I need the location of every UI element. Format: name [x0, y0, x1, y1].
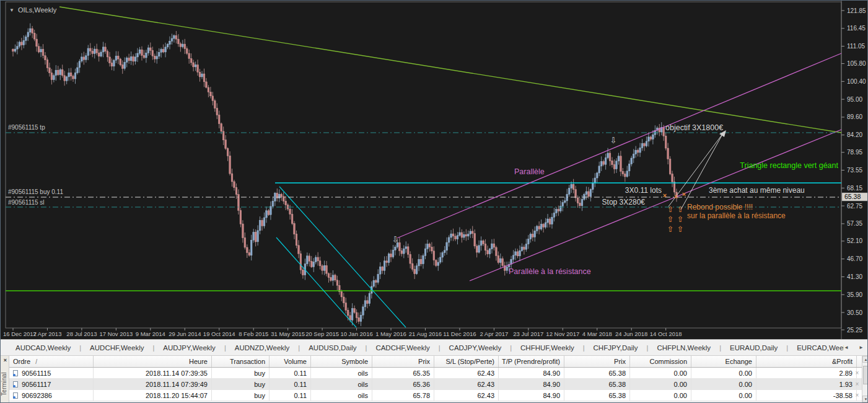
svg-text:28 Jul 2013: 28 Jul 2013 [66, 330, 97, 337]
chart-tab-eurcad[interactable]: EURCAD,Weekly [788, 344, 844, 352]
chart-tab-audnzd[interactable]: AUDNZD,Weekly [226, 344, 299, 352]
chart-tab-chfhuf[interactable]: CHFHUF,Weekly [512, 344, 583, 352]
annotation-rebond-2[interactable]: sur la parallèle à la résistance [687, 211, 786, 220]
order-tp: 84.90 [499, 379, 564, 389]
up-arrow-marker-4[interactable]: ⇧ [677, 215, 684, 224]
order-sl: 62.43 [434, 390, 499, 401]
column-header-volume[interactable]: Volume [270, 356, 311, 367]
current-price-value: 65.38 [844, 193, 861, 200]
column-header-ordre[interactable]: Ordre/ [9, 356, 94, 367]
up-arrow-marker-5[interactable]: ⇧ [667, 224, 674, 234]
tabs-scroll-left-icon[interactable]: ◄ [844, 345, 849, 350]
svg-text:20 Sep 2015: 20 Sep 2015 [305, 330, 339, 337]
order-open-price: 65.35 [372, 368, 434, 378]
chart-tab-cadjpy[interactable]: CADJPY,Weekly [441, 344, 511, 352]
chart-tab-audchf[interactable]: AUDCHF,Weekly [81, 344, 152, 352]
svg-text:25.25: 25.25 [847, 327, 862, 334]
order-symbol: oils [311, 390, 372, 401]
svg-text:11 Dec 2016: 11 Dec 2016 [443, 330, 476, 337]
chart-tab-audjpy[interactable]: AUDJPY,Weekly [154, 344, 224, 352]
svg-text:100.40: 100.40 [847, 78, 866, 85]
order-document-icon [13, 381, 18, 388]
annotation-objectif[interactable]: objectif 3X1800€ [665, 123, 723, 132]
annotation-triangle-vert[interactable]: Triangle rectangle vert géant [740, 161, 838, 170]
close-order-icon[interactable]: × [854, 370, 861, 376]
svg-text:62.75: 62.75 [847, 203, 862, 210]
chart-symbol-label: OILs,Weekly [18, 6, 57, 14]
chart-tab-cadchf[interactable]: CADCHF,Weekly [367, 344, 438, 352]
chart-tab-chfjpy[interactable]: CHFJPY,Daily [585, 344, 647, 352]
svg-text:4 Mar 2018: 4 Mar 2018 [582, 330, 612, 337]
annotation-rebond-1[interactable]: Rebond possible !!!! [687, 203, 753, 211]
svg-text:1 May 2016: 1 May 2016 [375, 330, 406, 337]
chart-tab-euraud[interactable]: EURAUD,Daily [721, 344, 786, 352]
up-arrow-marker-6[interactable]: ⇧ [677, 224, 684, 234]
order-label-tp: #90561115 tp [8, 124, 45, 131]
mt4-window: ⇩ ⇩ × × × ⇧ ⇧ ⇧ ⇧ ⇧ ⇧ objectif 3X1800€ T… [0, 0, 868, 403]
chart-tab-chfpln[interactable]: CHFPLN,Weekly [648, 344, 719, 352]
order-time: 2018.11.14 07:39:49 [94, 379, 212, 389]
svg-text:89.60: 89.60 [847, 113, 862, 120]
order-symbol: oils [311, 368, 372, 378]
order-row-90561117[interactable]: 905611172018.11.14 07:39:49buy0.11oils65… [9, 379, 862, 390]
order-type: buy [212, 368, 270, 378]
tabs-scroll-right-icon[interactable]: ► [859, 345, 864, 350]
annotation-parallele[interactable]: Parallèle [514, 167, 545, 176]
terminal-panel: × Terminal Ordre/HeureTransactionVolumeS… [1, 356, 868, 403]
column-header-echange[interactable]: Echange [691, 356, 756, 367]
order-id: 90561117 [9, 379, 94, 389]
orange-cross-marker-3[interactable]: × [682, 190, 686, 198]
order-id: 90692386 [9, 390, 94, 401]
scrollbar-thumb[interactable] [863, 366, 868, 384]
svg-text:57.35: 57.35 [847, 220, 862, 227]
svg-text:68.15: 68.15 [847, 185, 862, 192]
svg-text:17 Nov 2013: 17 Nov 2013 [99, 330, 133, 337]
svg-text:24 Jun 2018: 24 Jun 2018 [615, 330, 647, 337]
up-arrow-marker-2[interactable]: ⇧ [677, 205, 684, 214]
terminal-side-tab[interactable]: × Terminal [1, 356, 9, 403]
orange-cross-marker-1[interactable]: × [663, 192, 667, 199]
order-current-price: 65.38 [564, 390, 630, 401]
annotation-stop[interactable]: Stop 3X280€ [602, 198, 646, 206]
order-swap: 0.00 [691, 379, 756, 389]
svg-text:19 Oct 2014: 19 Oct 2014 [203, 330, 235, 337]
scroll-down-icon[interactable]: ▼ [862, 396, 868, 402]
orange-cross-marker-2[interactable]: × [674, 193, 678, 200]
chart-tab-audcad[interactable]: AUDCAD,Weekly [7, 344, 79, 352]
annotation-troisieme-achat[interactable]: 3ème achat au même niveau [709, 186, 805, 195]
svg-text:73.55: 73.55 [847, 167, 862, 174]
close-order-icon[interactable]: × [854, 392, 861, 399]
svg-text:84.20: 84.20 [847, 131, 862, 138]
order-label-sl: #90561115 sl [8, 199, 45, 206]
order-row-90561115[interactable]: 905611152018.11.14 07:39:35buy0.11oils65… [9, 368, 862, 379]
chart-window: ⇩ ⇩ × × × ⇧ ⇧ ⇧ ⇧ ⇧ ⇧ objectif 3X1800€ T… [1, 1, 868, 339]
order-time: 2018.11.14 07:39:35 [94, 368, 212, 378]
column-header-prix[interactable]: Prix [564, 356, 630, 367]
chart-tab-audusd[interactable]: AUDUSD,Daily [300, 344, 365, 352]
column-header-s-l--stop-perte-[interactable]: S/L (Stop/Perte) [434, 356, 499, 367]
close-order-icon[interactable]: × [854, 381, 861, 388]
column-header-t-p--prendre-profit-[interactable]: T/P (Prendre/profit) [499, 356, 564, 367]
order-profit: 1.93 [756, 379, 857, 389]
order-current-price: 65.38 [564, 379, 630, 389]
svg-text:12 Nov 2017: 12 Nov 2017 [546, 330, 579, 337]
column-header-commission[interactable]: Commission [630, 356, 691, 367]
annotation-parallele-resistance[interactable]: Parallèle à la résistance [509, 267, 591, 276]
column-header-transaction[interactable]: Transaction [212, 356, 270, 367]
order-volume: 0.11 [270, 368, 311, 378]
order-document-icon [13, 392, 18, 399]
column-header-heure[interactable]: Heure [94, 356, 212, 367]
column-header-symbole[interactable]: Symbole [311, 356, 372, 367]
column-header--profit[interactable]: &Profit [756, 356, 857, 367]
orders-scrollbar[interactable]: ▲ ▼ [862, 356, 868, 402]
down-arrow-marker-2[interactable]: ⇩ [610, 136, 617, 145]
up-arrow-marker-1[interactable]: ⇧ [667, 205, 674, 214]
up-arrow-marker-3[interactable]: ⇧ [667, 215, 674, 224]
annotation-lots[interactable]: 3X0.11 lots [625, 186, 662, 195]
down-arrow-marker-1[interactable]: ⇩ [392, 235, 399, 244]
column-header-prix[interactable]: Prix [372, 356, 434, 367]
scroll-up-icon[interactable]: ▲ [862, 356, 868, 363]
order-row-90692386[interactable]: 906923862018.11.20 15:44:07buy0.11oils65… [9, 390, 862, 401]
order-tp: 84.90 [499, 368, 564, 378]
order-profit: -38.58 [756, 390, 857, 401]
